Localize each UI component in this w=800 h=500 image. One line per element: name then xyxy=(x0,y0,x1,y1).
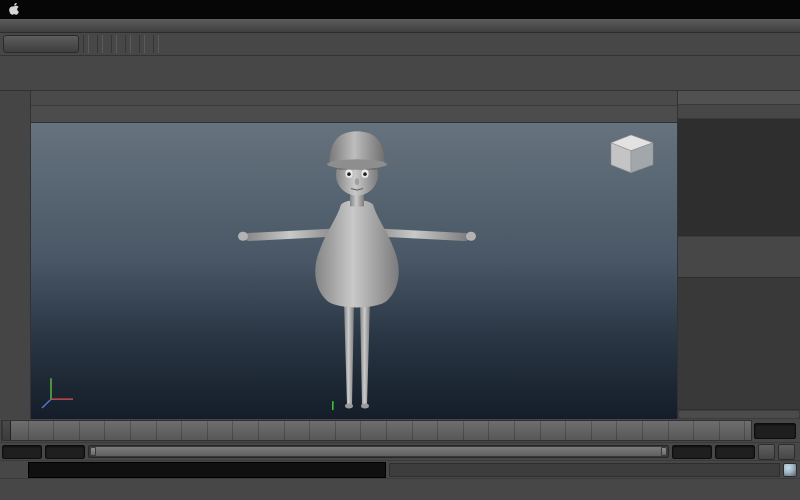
scrollbar-track[interactable] xyxy=(679,411,799,418)
script-editor-icon[interactable] xyxy=(783,463,797,477)
anim-layer-button[interactable] xyxy=(758,444,775,460)
main-area xyxy=(0,91,800,419)
layer-list-empty-area xyxy=(678,278,800,292)
left-foot[interactable] xyxy=(345,404,353,409)
time-slider-strip[interactable] xyxy=(1,420,752,441)
help-line xyxy=(0,478,800,500)
body[interactable] xyxy=(315,200,398,308)
current-time-field[interactable] xyxy=(754,423,796,439)
viewport-3d[interactable] xyxy=(31,123,677,419)
statusline-separator[interactable] xyxy=(125,35,131,53)
maya-titlebar xyxy=(0,19,800,33)
mel-command-input[interactable] xyxy=(28,462,386,478)
tool-box xyxy=(0,91,31,419)
nose xyxy=(355,178,359,185)
statusline-separator[interactable] xyxy=(83,35,89,53)
statusline-separator[interactable] xyxy=(111,35,117,53)
scene-canvas xyxy=(31,123,677,419)
shelf-icon-row xyxy=(0,70,800,91)
range-slider xyxy=(0,442,800,460)
channel-box-panel xyxy=(677,91,800,419)
layer-editor-tabs xyxy=(678,237,800,252)
view-cube[interactable] xyxy=(611,135,653,173)
right-leg[interactable] xyxy=(360,302,370,405)
apple-menu-icon[interactable] xyxy=(8,3,20,16)
character-set-button[interactable] xyxy=(778,444,795,460)
character-model[interactable] xyxy=(238,131,476,409)
maya-window xyxy=(0,0,800,500)
command-line xyxy=(0,460,800,478)
statusline-separator[interactable] xyxy=(97,35,103,53)
range-slider-track[interactable] xyxy=(88,445,669,458)
range-start-handle[interactable] xyxy=(90,447,96,456)
left-leg[interactable] xyxy=(344,302,354,405)
origin-axis-tick xyxy=(332,401,334,410)
command-result-field[interactable] xyxy=(389,463,780,477)
right-foot[interactable] xyxy=(361,404,369,409)
panel-empty-area xyxy=(678,292,800,409)
helmet-brim[interactable] xyxy=(327,159,387,169)
status-line xyxy=(0,33,800,56)
playback-end-field[interactable] xyxy=(672,445,712,459)
helmet[interactable] xyxy=(329,131,385,164)
viewport-panel xyxy=(31,91,677,419)
shelf-tabs-bar xyxy=(0,56,800,70)
current-frame-marker[interactable] xyxy=(1,421,11,440)
layer-editor-toolbar xyxy=(678,264,800,277)
layer-editor-menus xyxy=(678,252,800,264)
axis-indicator xyxy=(42,378,73,408)
layer-scrollbar[interactable] xyxy=(678,409,800,419)
channel-box-header xyxy=(678,91,800,105)
animation-start-field[interactable] xyxy=(2,445,42,459)
statusline-separator[interactable] xyxy=(139,35,145,53)
range-end-handle[interactable] xyxy=(661,447,667,456)
statusline-separator[interactable] xyxy=(153,35,159,53)
channel-list-area[interactable] xyxy=(678,119,800,237)
channel-box-menus xyxy=(678,105,800,119)
animation-end-field[interactable] xyxy=(715,445,755,459)
range-slider-bar[interactable] xyxy=(90,447,667,456)
selection-mode-dropdown[interactable] xyxy=(3,35,79,53)
left-hand[interactable] xyxy=(238,232,248,241)
panel-menu-bar xyxy=(31,91,677,106)
panel-toolbar xyxy=(31,106,677,123)
macos-menubar xyxy=(0,0,800,19)
time-slider xyxy=(0,419,800,442)
playback-start-field[interactable] xyxy=(45,445,85,459)
right-hand[interactable] xyxy=(466,232,476,241)
